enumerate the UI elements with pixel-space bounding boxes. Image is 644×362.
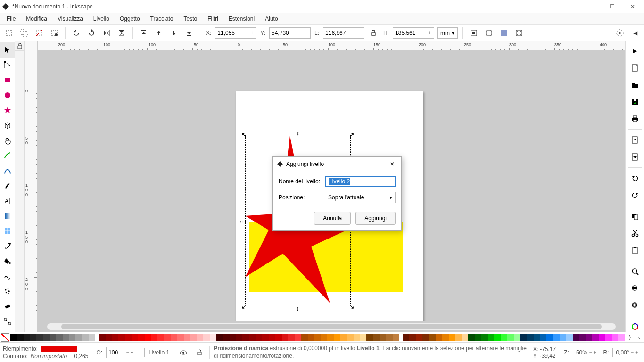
color-swatch[interactable] bbox=[393, 334, 399, 341]
flip-v-icon[interactable] bbox=[116, 27, 128, 39]
import-icon[interactable] bbox=[627, 132, 644, 148]
layer-name-input[interactable]: Livello 2 bbox=[325, 176, 396, 187]
scale-corners-icon[interactable] bbox=[483, 27, 495, 39]
color-swatch[interactable] bbox=[230, 334, 236, 341]
select-all-layers-icon[interactable] bbox=[18, 27, 30, 39]
raise-top-icon[interactable] bbox=[138, 27, 150, 39]
palette-scroll-right[interactable]: ⟩ bbox=[625, 334, 635, 341]
color-swatch[interactable] bbox=[553, 334, 560, 341]
color-swatch[interactable] bbox=[514, 334, 520, 341]
color-swatch[interactable] bbox=[151, 334, 158, 341]
color-swatch[interactable] bbox=[10, 334, 17, 341]
color-swatch[interactable] bbox=[63, 334, 69, 341]
color-swatch[interactable] bbox=[540, 334, 546, 341]
star-tool[interactable] bbox=[0, 103, 15, 118]
tweak-tool[interactable] bbox=[0, 269, 15, 284]
color-swatch[interactable] bbox=[269, 334, 275, 341]
color-swatch[interactable] bbox=[534, 334, 540, 341]
selection-handle-w[interactable]: ↔ bbox=[239, 218, 245, 225]
paintbucket-tool[interactable] bbox=[0, 254, 15, 269]
mesh-tool[interactable] bbox=[0, 223, 15, 239]
color-swatch[interactable] bbox=[43, 334, 50, 341]
expand-icon[interactable]: ▶ bbox=[633, 42, 637, 59]
rotate-cw-icon[interactable] bbox=[85, 27, 98, 39]
color-swatch[interactable] bbox=[190, 334, 197, 341]
lower-icon[interactable] bbox=[168, 27, 180, 39]
color-swatch[interactable] bbox=[106, 334, 112, 341]
dropper-tool[interactable] bbox=[0, 239, 15, 254]
color-swatch[interactable] bbox=[618, 334, 625, 341]
color-swatch[interactable] bbox=[422, 334, 429, 341]
vertical-ruler[interactable]: 05 01 0 01 5 02 0 0 bbox=[25, 41, 38, 332]
close-button[interactable]: ✕ bbox=[627, 1, 638, 12]
color-swatch[interactable] bbox=[481, 334, 488, 341]
redo-icon[interactable] bbox=[627, 187, 644, 204]
minimize-button[interactable]: ─ bbox=[586, 1, 597, 12]
color-swatch[interactable] bbox=[75, 334, 82, 341]
copy-icon[interactable] bbox=[627, 208, 644, 225]
move-patterns-icon[interactable] bbox=[513, 27, 525, 39]
color-swatch[interactable] bbox=[429, 334, 436, 341]
toggle-selection-icon[interactable] bbox=[48, 27, 60, 39]
3dbox-tool[interactable] bbox=[0, 118, 15, 133]
color-swatch[interactable] bbox=[30, 334, 37, 341]
color-swatch[interactable] bbox=[157, 334, 164, 341]
color-swatch[interactable] bbox=[573, 334, 579, 341]
selection-handle-n[interactable]: ↕ bbox=[296, 129, 299, 137]
add-button[interactable]: Aggiungi bbox=[355, 212, 396, 225]
color-swatch[interactable] bbox=[334, 334, 340, 341]
color-swatch[interactable] bbox=[314, 334, 321, 341]
color-swatch[interactable] bbox=[501, 334, 507, 341]
horizontal-ruler[interactable]: -200-100-100-50050100150200250300350400 bbox=[38, 41, 625, 51]
zoom-selection-icon[interactable] bbox=[627, 263, 644, 280]
selection-handle-sw[interactable]: ↙ bbox=[241, 303, 247, 310]
color-swatch[interactable] bbox=[17, 334, 24, 341]
color-swatch[interactable] bbox=[579, 334, 586, 341]
guide-lock-icon[interactable] bbox=[15, 41, 24, 51]
export-icon[interactable] bbox=[627, 148, 644, 165]
selection-handle-se[interactable]: ↘ bbox=[349, 303, 355, 310]
spiral-tool[interactable] bbox=[0, 133, 15, 148]
flip-h-icon[interactable] bbox=[100, 27, 113, 39]
bezier-tool[interactable] bbox=[0, 163, 15, 178]
save-icon[interactable] bbox=[627, 93, 644, 110]
color-swatch[interactable] bbox=[50, 334, 56, 341]
color-swatch[interactable] bbox=[242, 334, 249, 341]
color-swatch[interactable] bbox=[184, 334, 190, 341]
color-swatch[interactable] bbox=[125, 334, 132, 341]
print-icon[interactable] bbox=[627, 110, 644, 127]
color-swatch[interactable] bbox=[99, 334, 106, 341]
color-swatch[interactable] bbox=[340, 334, 347, 341]
connector-tool[interactable] bbox=[0, 314, 15, 329]
palette-menu-icon[interactable]: ‹ bbox=[635, 334, 644, 341]
color-swatch[interactable] bbox=[566, 334, 573, 341]
stroke-value[interactable]: Non impostato bbox=[31, 353, 67, 360]
color-swatch[interactable] bbox=[612, 334, 619, 341]
rotation-input[interactable]: 0,00°− + bbox=[612, 348, 641, 357]
menu-edit[interactable]: Modifica bbox=[21, 14, 52, 24]
color-swatch[interactable] bbox=[442, 334, 449, 341]
color-swatch[interactable] bbox=[138, 334, 145, 341]
raise-icon[interactable] bbox=[153, 27, 165, 39]
color-swatch[interactable] bbox=[177, 334, 184, 341]
color-swatch[interactable] bbox=[560, 334, 566, 341]
layer-lock-icon[interactable] bbox=[193, 346, 206, 359]
zoom-input[interactable]: 50%− + bbox=[573, 348, 600, 357]
color-swatch[interactable] bbox=[494, 334, 501, 341]
cancel-button[interactable]: Annulla bbox=[314, 212, 351, 225]
color-swatch[interactable] bbox=[409, 334, 416, 341]
paste-icon[interactable] bbox=[627, 242, 644, 259]
y-input[interactable]: − + bbox=[269, 27, 311, 39]
color-swatch[interactable] bbox=[527, 334, 534, 341]
color-swatch[interactable] bbox=[488, 334, 495, 341]
text-tool[interactable]: A bbox=[0, 193, 15, 208]
zoom-drawing-icon[interactable] bbox=[627, 280, 644, 297]
color-swatch[interactable] bbox=[69, 334, 76, 341]
color-swatch[interactable] bbox=[56, 334, 63, 341]
new-doc-icon[interactable] bbox=[627, 59, 644, 76]
color-swatch[interactable] bbox=[605, 334, 612, 341]
color-swatch[interactable] bbox=[354, 334, 360, 341]
eraser-tool[interactable] bbox=[0, 299, 15, 314]
color-swatch[interactable] bbox=[373, 334, 380, 341]
snap-toggle-icon[interactable] bbox=[614, 27, 626, 39]
